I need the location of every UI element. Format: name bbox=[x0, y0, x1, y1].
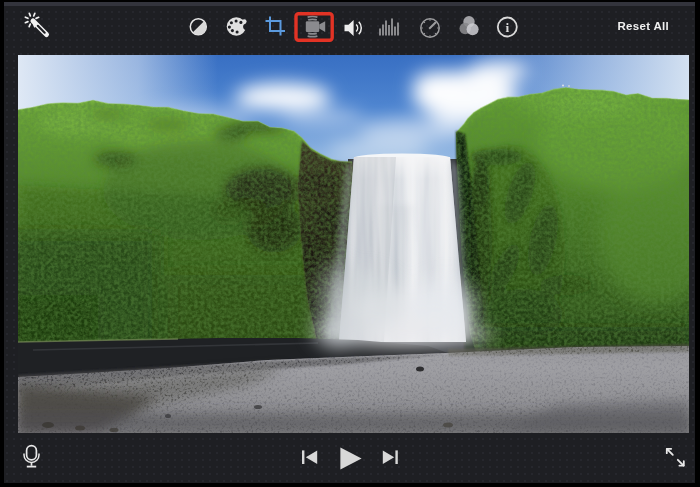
svg-text:i: i bbox=[505, 20, 509, 35]
